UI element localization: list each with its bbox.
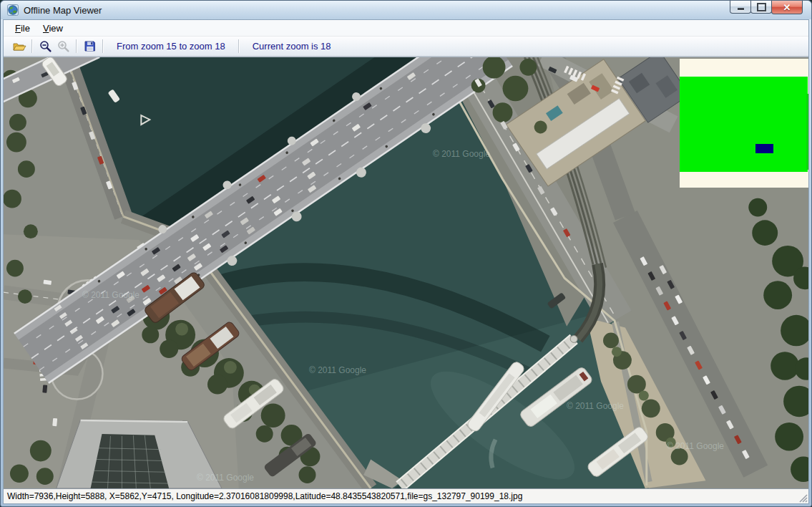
minimize-button[interactable] [730, 1, 751, 14]
globe-map-icon [7, 4, 19, 16]
toolbar: From zoom 15 to zoom 18 Current zoom is … [4, 37, 808, 57]
zoom-out-button[interactable] [36, 38, 54, 54]
status-bar: Width=7936,Height=5888, X=5862,Y=4715, L… [4, 488, 808, 503]
window-controls: ✕ [730, 1, 803, 14]
toolbar-separator [102, 39, 104, 53]
close-icon: ✕ [783, 3, 791, 12]
save-button[interactable] [81, 38, 99, 54]
minimap-coverage [680, 77, 808, 172]
zoom-in-button[interactable] [54, 38, 72, 54]
toolbar-separator [238, 39, 240, 53]
toolbar-separator [31, 39, 33, 53]
maximize-button[interactable] [750, 1, 772, 14]
minimap-edge-strip [806, 94, 808, 170]
open-folder-button[interactable] [10, 38, 28, 54]
resize-grip[interactable] [798, 493, 808, 503]
zoom-range-label: From zoom 15 to zoom 18 [107, 41, 235, 52]
minimap-viewport-rect[interactable] [755, 144, 773, 153]
toolbar-separator [76, 39, 77, 53]
app-window: Offline Map Viewer ✕ File View [0, 0, 812, 507]
status-text: Width=7936,Height=5888, X=5862,Y=4715, L… [7, 491, 522, 501]
close-button[interactable]: ✕ [771, 1, 803, 14]
client-area: File View [3, 19, 809, 504]
current-zoom-label: Current zoom is 18 [243, 41, 341, 52]
title-bar[interactable]: Offline Map Viewer ✕ [1, 1, 811, 19]
map-viewport: © 2011 Google © 2011 Google © 2011 Googl… [4, 57, 808, 488]
window-title: Offline Map Viewer [24, 5, 102, 16]
zoom-out-icon [39, 40, 52, 53]
save-icon [84, 40, 96, 52]
minimize-icon [738, 8, 744, 10]
minimap-overlay[interactable] [680, 59, 808, 188]
menu-bar: File View [4, 20, 808, 37]
menu-view[interactable]: View [36, 21, 69, 35]
zoom-in-icon [57, 40, 70, 53]
maximize-icon [757, 3, 766, 11]
open-folder-icon [12, 41, 26, 52]
menu-file[interactable]: File [9, 21, 36, 35]
